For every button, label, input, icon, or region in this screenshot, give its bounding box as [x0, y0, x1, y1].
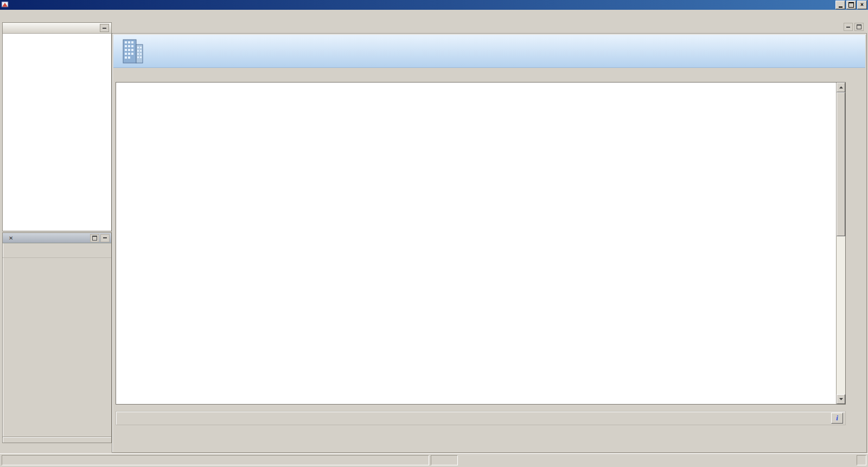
accommodation-search-panel: i	[112, 33, 867, 453]
results-table	[116, 82, 846, 405]
maximize-icon	[848, 2, 854, 8]
booking-contents-panel: ✕	[2, 232, 112, 443]
booking-contents-float-button[interactable]	[90, 234, 99, 242]
booking-contents-toolbar	[3, 243, 111, 258]
booking-contents-collapse-button[interactable]	[100, 234, 110, 242]
app-icon	[1, 1, 9, 9]
booking-contents-empty-area	[3, 258, 111, 437]
info-button[interactable]: i	[831, 413, 843, 424]
booking-summary	[3, 437, 111, 443]
menu-bar	[0, 10, 868, 20]
close-window-button[interactable]: ×	[857, 1, 867, 9]
scrollbar-track[interactable]	[837, 236, 845, 394]
statusbar-message-area	[2, 455, 429, 465]
statusbar-clock	[857, 455, 866, 465]
sidebar-tree	[3, 34, 111, 36]
scrollbar-up-button[interactable]	[837, 83, 845, 92]
interactive-panel-header	[3, 23, 111, 34]
collapse-icon	[103, 28, 106, 29]
search-status-line: i	[116, 411, 846, 425]
minimize-icon	[839, 7, 843, 8]
booking-contents-header: ✕	[3, 233, 111, 243]
main-area: i	[112, 20, 867, 453]
header-band	[113, 35, 865, 68]
mdi-minimize-button[interactable]	[844, 23, 853, 31]
application-window: { "window": { "title": "Interactive - Oc…	[0, 0, 868, 467]
scrollbar-down-button[interactable]	[837, 394, 845, 404]
booking-contents-close-icon[interactable]: ✕	[8, 235, 14, 241]
maximize-icon	[857, 24, 861, 29]
mdi-maximize-button[interactable]	[854, 23, 864, 31]
restore-icon	[92, 236, 97, 241]
statusbar-session	[431, 455, 458, 465]
window-title-bar[interactable]: ×	[0, 0, 868, 10]
status-bar	[0, 453, 868, 466]
building-icon	[121, 38, 145, 65]
minimize-button[interactable]	[835, 1, 845, 9]
collapse-panel-button[interactable]	[100, 24, 109, 32]
interactive-panel	[2, 22, 112, 231]
table-body	[116, 83, 836, 404]
collapse-icon	[103, 237, 107, 238]
scrollbar-thumb[interactable]	[837, 92, 845, 236]
mdi-window-buttons	[844, 23, 867, 33]
tab-strip	[112, 21, 867, 33]
minimize-icon	[846, 27, 850, 28]
maximize-button[interactable]	[846, 1, 856, 9]
close-icon: ×	[860, 2, 864, 8]
vertical-scrollbar[interactable]	[836, 83, 845, 404]
